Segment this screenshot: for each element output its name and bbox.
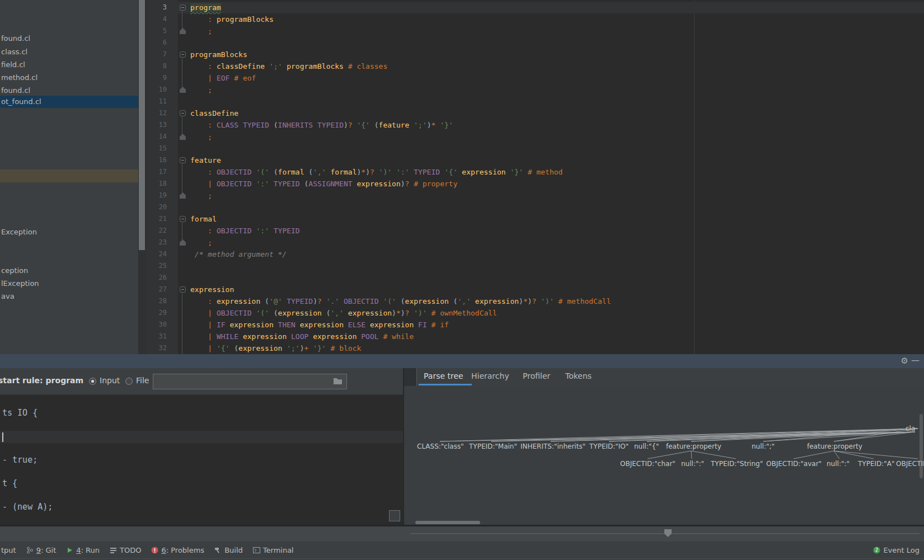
editor-line-27[interactable]: 27expression: [147, 284, 924, 295]
tree-vertical-scrollbar[interactable]: [920, 414, 923, 478]
editor-line-23[interactable]: 23 ;: [147, 237, 924, 248]
fold-end-icon[interactable]: [180, 192, 186, 199]
editor-line-7[interactable]: 7programBlocks: [147, 49, 924, 60]
sidebar-item-ot_found-cl[interactable]: ot_found.cl: [0, 96, 138, 108]
toolbar-button-todo[interactable]: TODO: [110, 546, 141, 554]
editor-line-22[interactable]: 22 : OBJECTID ':' TYPEID: [147, 225, 924, 237]
fold-guide-line: [182, 164, 182, 193]
minimize-icon[interactable]: —: [911, 355, 920, 365]
fold-start-icon[interactable]: [180, 286, 186, 293]
editor-line-18[interactable]: 18 | OBJECTID ':' TYPEID (ASSIGNMENT exp…: [147, 178, 924, 190]
tree-node-r1-4[interactable]: null:"{": [634, 443, 659, 450]
editor-line-10[interactable]: 10 ;: [147, 84, 924, 96]
editor-line-13[interactable]: 13 : CLASS TYPEID (INHERITS TYPEID)? '{'…: [147, 119, 924, 131]
tree-node-r2-1[interactable]: null:":": [681, 460, 704, 468]
toolbar-button-event-log[interactable]: 2Event Log: [873, 546, 920, 554]
editor-line-26[interactable]: 26: [147, 272, 924, 284]
tree-node-r1-3[interactable]: TYPEID:"IO": [589, 443, 628, 450]
fold-end-icon[interactable]: [180, 239, 186, 246]
editor-line-4[interactable]: 4 : programBlocks: [147, 13, 924, 25]
tree-node-r2-6[interactable]: OBJECTID:: [896, 460, 924, 468]
editor-corner-box[interactable]: [389, 510, 400, 521]
fold-start-icon[interactable]: [180, 157, 186, 163]
sidebar-item-field-cl[interactable]: field.cl: [0, 59, 138, 71]
file-radio[interactable]: [125, 378, 133, 385]
toolbar-button-terminal[interactable]: Terminal: [253, 546, 294, 554]
fold-start-icon[interactable]: [180, 110, 186, 116]
fold-start-icon[interactable]: [180, 51, 186, 58]
tab-profiler[interactable]: Profiler: [523, 371, 550, 380]
folder-icon[interactable]: [334, 378, 342, 384]
editor-line-15[interactable]: 15: [147, 143, 924, 154]
editor-line-32[interactable]: 32 | '{' (expression ';')+ '}' # block: [147, 342, 924, 354]
editor-line-29[interactable]: 29 | OBJECTID '(' (expression (',' expre…: [147, 307, 924, 319]
tab-hierarchy[interactable]: Hierarchy: [471, 371, 509, 380]
toolbar-button-problems[interactable]: 6: Problems: [151, 546, 204, 554]
tree-node-r2-0[interactable]: OBJECTID:"char": [620, 460, 676, 468]
toolbar-button-output[interactable]: tput: [1, 546, 16, 554]
sidebar-item-ava[interactable]: ava: [0, 290, 138, 303]
sidebar-item-class-cl[interactable]: class.cl: [0, 46, 138, 58]
fold-end-icon[interactable]: [180, 134, 186, 140]
fold-end-icon[interactable]: [180, 87, 186, 93]
editor-line-12[interactable]: 12classDefine: [147, 107, 924, 119]
editor-line-30[interactable]: 30 | IF expression THEN expression ELSE …: [147, 319, 924, 331]
file-radio-label[interactable]: File: [136, 376, 149, 385]
sidebar-scrollbar-thumb[interactable]: [139, 0, 145, 250]
scale-slider-thumb[interactable]: [664, 529, 672, 537]
code-segment: [190, 168, 208, 176]
toolbar-button-git[interactable]: 9: Git: [26, 546, 57, 554]
editor-line-17[interactable]: 17 : OBJECTID '(' (formal (',' formal)*)…: [147, 166, 924, 178]
editor-line-21[interactable]: 21formal: [147, 213, 924, 225]
tree-node-r1-0[interactable]: CLASS:"class": [417, 443, 464, 450]
editor-line-5[interactable]: 5 ;: [147, 25, 924, 37]
gear-icon[interactable]: ⚙: [901, 356, 908, 366]
toolbar-button-build[interactable]: Build: [214, 546, 243, 554]
editor-line-24[interactable]: 24 /* method argument */: [147, 248, 924, 260]
editor-line-25[interactable]: 25: [147, 260, 924, 272]
tab-tokens[interactable]: Tokens: [565, 371, 592, 380]
editor-line-14[interactable]: 14 ;: [147, 131, 924, 143]
editor-line-16[interactable]: 16feature: [147, 154, 924, 166]
fold-start-icon[interactable]: [180, 4, 186, 11]
tree-node-r2-5[interactable]: TYPEID:"A": [858, 460, 895, 468]
fold-start-icon[interactable]: [180, 216, 186, 222]
tree-node-r2-4[interactable]: null:":": [827, 460, 850, 468]
sidebar-item-found-cl[interactable]: found.cl: [0, 84, 138, 97]
editor-line-6[interactable]: 6: [147, 37, 924, 49]
tab-parse-tree[interactable]: Parse tree: [424, 371, 463, 380]
code-segment: expression: [462, 168, 505, 176]
tree-node-r1-2[interactable]: INHERITS:"inherits": [520, 443, 585, 450]
editor-line-31[interactable]: 31 | WHILE expression LOOP expression PO…: [147, 331, 924, 342]
tree-node-r1-6[interactable]: null:";": [752, 443, 775, 450]
editor-line-28[interactable]: 28 : expression ('@' TYPEID)? '.' OBJECT…: [147, 295, 924, 307]
editor-line-9[interactable]: 9 | EOF # eof: [147, 72, 924, 84]
editor-line-20[interactable]: 20: [147, 201, 924, 213]
toolbar-button-run[interactable]: 4: Run: [66, 546, 100, 554]
input-radio[interactable]: [89, 378, 96, 385]
input-radio-label[interactable]: Input: [100, 376, 120, 385]
file-path-field[interactable]: [153, 374, 347, 389]
tree-horizontal-scrollbar[interactable]: [415, 521, 480, 524]
sidebar-item-lException[interactable]: lException: [0, 277, 138, 290]
parse-tree-canvas[interactable]: claCLASS:"class"TYPEID:"Main"INHERITS:"i…: [404, 386, 924, 525]
sidebar-item-method-cl[interactable]: method.cl: [0, 72, 138, 84]
sidebar-item-found-cl[interactable]: found.cl: [0, 32, 138, 45]
tree-node-r1-5[interactable]: feature:property: [666, 443, 721, 450]
tree-node-r2-2[interactable]: TYPEID:"String": [711, 460, 763, 468]
editor-line-19[interactable]: 19 ;: [147, 190, 924, 201]
sidebar-item-ception[interactable]: ception: [0, 265, 138, 277]
editor-line-11[interactable]: 11: [147, 96, 924, 107]
code-segment: # ownMethodCall: [431, 309, 497, 317]
code-segment: ')': [379, 168, 392, 176]
tree-node-r1-7[interactable]: feature:property: [807, 443, 862, 450]
editor-line-3[interactable]: 3program: [147, 2, 924, 13]
tree-node-r2-3[interactable]: OBJECTID:"avar": [766, 460, 822, 468]
tree-node-r1-1[interactable]: TYPEID:"Main": [469, 443, 517, 450]
test-input-editor[interactable]: ts IO {- true;t {- (new A);: [0, 395, 404, 525]
grammar-editor[interactable]: 3program4 : programBlocks5 ;67programBlo…: [147, 0, 924, 354]
editor-line-8[interactable]: 8 : classDefine ';' programBlocks # clas…: [147, 60, 924, 72]
tree-node-root-0[interactable]: cla: [906, 425, 915, 432]
sidebar-item-Exception[interactable]: Exception: [0, 226, 138, 238]
fold-end-icon[interactable]: [180, 28, 186, 34]
